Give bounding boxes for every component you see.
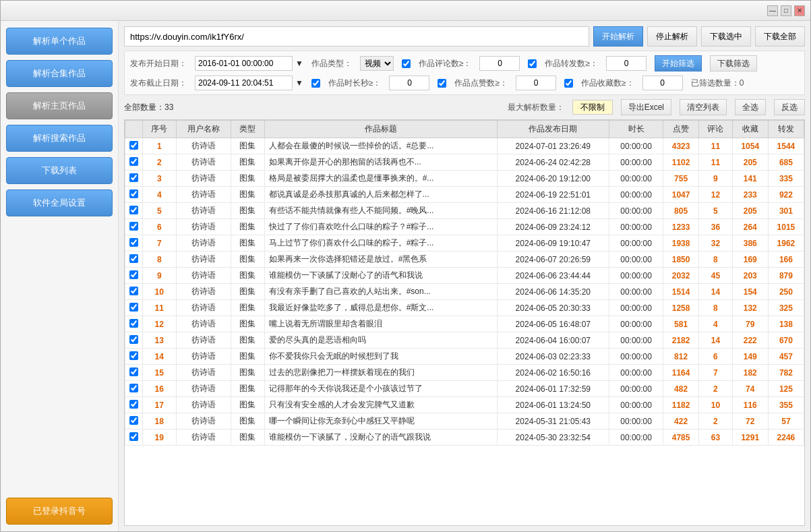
row-checkbox[interactable] xyxy=(129,432,138,441)
row-user: 彷诗语 xyxy=(176,138,231,154)
row-checkbox-cell xyxy=(125,316,143,332)
row-checkbox[interactable] xyxy=(129,384,138,392)
type-select[interactable]: 视频 图集 全部 xyxy=(360,56,394,71)
row-likes: 1233 xyxy=(663,219,699,235)
row-checkbox[interactable] xyxy=(129,189,138,198)
row-user: 彷诗语 xyxy=(176,235,231,252)
row-id: 4 xyxy=(143,187,177,203)
row-checkbox[interactable] xyxy=(129,141,138,150)
row-title: 爱的尽头真的是恶语相向吗 xyxy=(264,332,497,349)
duration-checkbox[interactable] xyxy=(311,79,320,88)
row-duration: 00:00:00 xyxy=(609,430,663,446)
row-checkbox-cell xyxy=(125,365,143,381)
row-comments: 11 xyxy=(699,154,733,171)
row-type: 图集 xyxy=(231,365,265,381)
row-shares: 685 xyxy=(768,154,804,171)
start-filter-button[interactable]: 开始筛选 xyxy=(655,55,702,71)
row-title: 我最近好像盐吃多了，威得总是想你。#斯文... xyxy=(264,300,497,316)
end-date-input[interactable] xyxy=(195,76,293,90)
row-id: 7 xyxy=(143,235,177,252)
minimize-button[interactable]: — xyxy=(767,5,778,16)
export-excel-button[interactable]: 导出Excel xyxy=(621,99,671,115)
row-checkbox-cell xyxy=(125,268,143,284)
share-input[interactable] xyxy=(606,56,647,71)
row-likes: 755 xyxy=(663,171,699,187)
row-checkbox[interactable] xyxy=(129,416,138,425)
row-user: 彷诗语 xyxy=(176,268,231,284)
row-title: 格局是被委屈撑大的温柔也是懂事换来的。#... xyxy=(264,171,497,187)
login-button[interactable]: 已登录抖音号 xyxy=(6,498,113,525)
row-title: 快过了了你们喜欢吃什么口味的粽子？#粽子... xyxy=(264,219,497,235)
stop-parse-button[interactable]: 停止解析 xyxy=(647,26,697,47)
row-checkbox-cell xyxy=(125,171,143,187)
share-checkbox[interactable] xyxy=(528,59,537,68)
row-duration: 00:00:00 xyxy=(609,252,663,268)
row-checkbox-cell xyxy=(125,284,143,300)
clear-list-button[interactable]: 清空列表 xyxy=(680,99,727,115)
row-checkbox[interactable] xyxy=(129,157,138,166)
row-checkbox[interactable] xyxy=(129,206,138,214)
row-title: 都说真诚是必杀技那真诚的人后来都怎样了... xyxy=(264,187,497,203)
parse-button[interactable]: 开始解析 xyxy=(593,26,643,47)
download-selected-button[interactable]: 下载选中 xyxy=(701,26,751,47)
parse-collection-button[interactable]: 解析合集作品 xyxy=(6,60,113,87)
row-shares: 335 xyxy=(768,171,804,187)
global-settings-button[interactable]: 软件全局设置 xyxy=(6,189,113,216)
end-date-calendar-icon[interactable]: ▼ xyxy=(295,78,303,88)
collect-input[interactable] xyxy=(642,76,683,90)
row-likes: 1047 xyxy=(663,187,699,203)
row-favorites: 233 xyxy=(732,187,768,203)
row-title: 记得那年的今天你说我还是个小孩该过节了 xyxy=(264,381,497,397)
url-input[interactable] xyxy=(124,26,589,47)
likes-filter-input[interactable] xyxy=(516,76,556,90)
maximize-button[interactable]: □ xyxy=(781,5,791,16)
row-checkbox[interactable] xyxy=(129,335,138,344)
download-list-button[interactable]: 下载列表 xyxy=(6,157,113,184)
row-checkbox-cell xyxy=(125,413,143,430)
collect-checkbox[interactable] xyxy=(564,79,573,88)
row-checkbox[interactable] xyxy=(129,319,138,328)
download-filter-button[interactable]: 下载筛选 xyxy=(710,55,757,71)
comment-checkbox[interactable] xyxy=(402,59,411,68)
row-checkbox[interactable] xyxy=(129,351,138,360)
row-checkbox[interactable] xyxy=(129,270,138,279)
row-user: 彷诗语 xyxy=(176,154,231,171)
invert-button[interactable]: 反选 xyxy=(774,99,805,115)
start-date-calendar-icon[interactable]: ▼ xyxy=(295,59,303,68)
row-comments: 36 xyxy=(699,219,733,235)
comment-input[interactable] xyxy=(479,56,520,71)
row-comments: 8 xyxy=(699,252,733,268)
row-user: 彷诗语 xyxy=(176,300,231,316)
row-checkbox[interactable] xyxy=(129,254,138,263)
row-duration: 00:00:00 xyxy=(609,187,663,203)
start-date-input[interactable] xyxy=(195,56,293,71)
row-comments: 32 xyxy=(699,235,733,252)
parse-search-button[interactable]: 解析搜索作品 xyxy=(6,125,113,152)
row-checkbox-cell xyxy=(125,349,143,365)
parse-single-button[interactable]: 解析单个作品 xyxy=(6,28,113,55)
parse-homepage-button[interactable]: 解析主页作品 xyxy=(6,92,113,119)
close-button[interactable]: ✕ xyxy=(794,5,805,16)
main-content: 解析单个作品 解析合集作品 解析主页作品 解析搜索作品 下载列表 软件全局设置 … xyxy=(1,21,810,531)
table-row: 7 彷诗语 图集 马上过节了你们喜欢什么口味的粽子。#粽子... 2024-06… xyxy=(125,235,804,252)
row-shares: 670 xyxy=(768,332,804,349)
row-duration: 00:00:00 xyxy=(609,268,663,284)
row-duration: 00:00:00 xyxy=(609,154,663,171)
row-checkbox[interactable] xyxy=(129,367,138,376)
max-parse-input[interactable] xyxy=(572,100,613,115)
row-checkbox[interactable] xyxy=(129,238,138,247)
row-user: 彷诗语 xyxy=(176,381,231,397)
row-likes: 1850 xyxy=(663,252,699,268)
likes-checkbox[interactable] xyxy=(438,79,446,88)
download-all-button[interactable]: 下载全部 xyxy=(755,26,805,47)
row-checkbox[interactable] xyxy=(129,303,138,312)
row-id: 1 xyxy=(143,138,177,154)
duration-input[interactable] xyxy=(389,76,429,90)
row-type: 图集 xyxy=(231,203,265,219)
row-checkbox[interactable] xyxy=(129,222,138,231)
row-checkbox[interactable] xyxy=(129,173,138,182)
row-duration: 00:00:00 xyxy=(609,219,663,235)
row-checkbox[interactable] xyxy=(129,400,138,409)
row-checkbox[interactable] xyxy=(129,287,138,295)
select-all-button[interactable]: 全选 xyxy=(735,99,766,115)
